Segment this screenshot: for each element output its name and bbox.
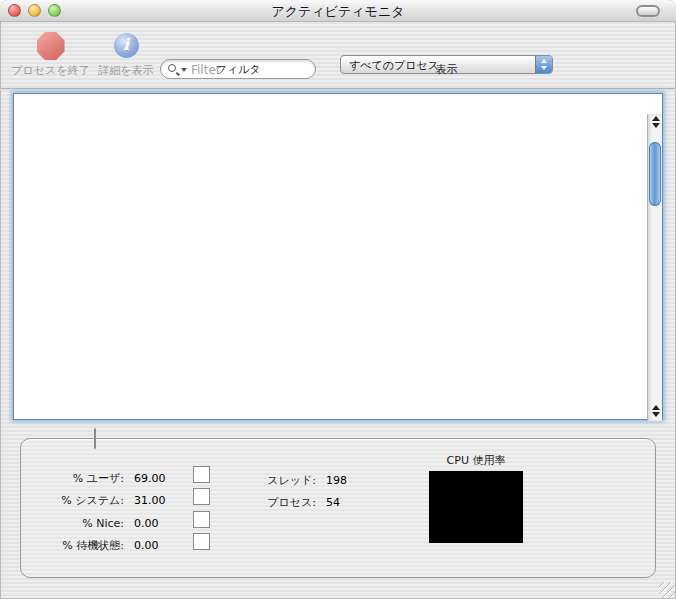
toolbar-toggle-button[interactable] bbox=[636, 5, 660, 17]
scroll-arrows-bottom[interactable] bbox=[648, 403, 663, 419]
idle-value: 0.00 bbox=[134, 539, 159, 552]
idle-label: % 待機状態: bbox=[29, 538, 124, 553]
scrollbar-thumb[interactable] bbox=[649, 142, 661, 206]
idle-color-swatch bbox=[196, 536, 207, 547]
system-value: 31.00 bbox=[134, 494, 166, 507]
scroll-down-icon[interactable] bbox=[652, 412, 660, 417]
window-title: アクティビティモニタ bbox=[0, 3, 676, 21]
nice-color-well[interactable] bbox=[193, 511, 210, 528]
stat-system: % システム: 31.00 bbox=[29, 491, 166, 509]
idle-color-well[interactable] bbox=[193, 533, 210, 550]
vertical-scrollbar[interactable] bbox=[647, 114, 662, 421]
processes-value: 54 bbox=[326, 496, 340, 509]
stat-user: % ユーザ: 69.00 bbox=[29, 469, 166, 487]
user-color-swatch bbox=[196, 469, 207, 480]
processes-label: プロセス: bbox=[246, 495, 316, 510]
title-bar[interactable]: アクティビティモニタ bbox=[0, 0, 676, 22]
cpu-usage-graph bbox=[429, 471, 523, 543]
threads-label: スレッド: bbox=[246, 473, 316, 488]
system-label: % システム: bbox=[29, 493, 124, 508]
scroll-up-icon[interactable] bbox=[652, 116, 660, 121]
bottom-tab-bar bbox=[94, 428, 96, 449]
inspect-label: 詳細を表示 bbox=[95, 63, 157, 78]
stat-threads: スレッド: 198 bbox=[246, 471, 347, 489]
stop-octagon-icon bbox=[37, 32, 65, 60]
nice-color-swatch bbox=[196, 514, 207, 525]
cpu-usage-graph-title: CPU 使用率 bbox=[429, 453, 523, 468]
threads-value: 198 bbox=[326, 474, 347, 487]
scroll-arrows-top[interactable] bbox=[648, 114, 663, 130]
filter-group-label: フィルタ bbox=[160, 62, 316, 77]
toolbar: プロセスを終了 i 詳細を表示 Filter フィルタ すべてのプロセス 表示 bbox=[0, 22, 676, 90]
nice-label: % Nice: bbox=[29, 517, 124, 530]
system-color-swatch bbox=[196, 491, 207, 502]
nice-value: 0.00 bbox=[134, 517, 159, 530]
user-color-well[interactable] bbox=[193, 466, 210, 483]
quit-process-button[interactable]: プロセスを終了 bbox=[8, 32, 93, 78]
scroll-down-icon[interactable] bbox=[652, 123, 660, 128]
user-label: % ユーザ: bbox=[29, 471, 124, 486]
user-value: 69.00 bbox=[134, 472, 166, 485]
show-group-label: 表示 bbox=[340, 62, 553, 77]
system-color-well[interactable] bbox=[193, 488, 210, 505]
inspect-button[interactable]: i 詳細を表示 bbox=[95, 33, 157, 78]
process-table bbox=[13, 93, 663, 420]
activity-monitor-window: アクティビティモニタ プロセスを終了 i 詳細を表示 Filter フィルタ す… bbox=[0, 0, 676, 599]
stat-nice: % Nice: 0.00 bbox=[29, 514, 159, 532]
cpu-panel: % ユーザ: 69.00 % システム: 31.00 % Nice: 0.00 … bbox=[20, 438, 656, 578]
table-header-row bbox=[14, 94, 662, 114]
stat-idle: % 待機状態: 0.00 bbox=[29, 536, 159, 554]
quit-process-label: プロセスを終了 bbox=[8, 63, 93, 78]
resize-grip[interactable] bbox=[659, 582, 675, 598]
info-icon: i bbox=[114, 33, 139, 58]
stat-processes: プロセス: 54 bbox=[246, 493, 340, 511]
scroll-up-icon[interactable] bbox=[652, 405, 660, 410]
